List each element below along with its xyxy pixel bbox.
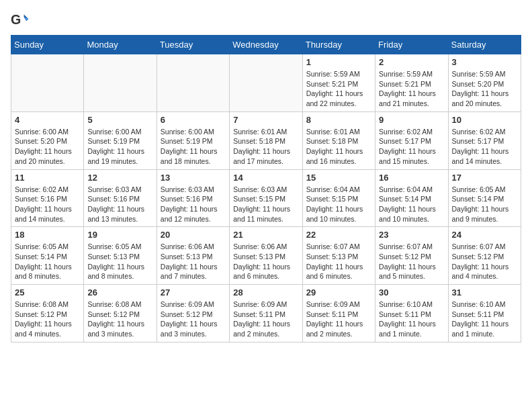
day-info: Sunrise: 6:04 AMSunset: 5:15 PMDaylight:… — [306, 185, 371, 224]
calendar-cell: 21Sunrise: 6:06 AMSunset: 5:13 PMDayligh… — [230, 227, 302, 285]
column-header-saturday: Saturday — [448, 36, 521, 54]
sunset: Sunset: 5:12 PM — [379, 253, 431, 261]
sunset: Sunset: 5:16 PM — [15, 195, 67, 203]
sunset: Sunset: 5:19 PM — [161, 137, 213, 145]
calendar-cell: 13Sunrise: 6:03 AMSunset: 5:16 PMDayligh… — [157, 169, 229, 227]
sunset: Sunset: 5:21 PM — [379, 80, 431, 88]
sunrise: Sunrise: 6:02 AM — [379, 128, 433, 136]
calendar-cell: 17Sunrise: 6:05 AMSunset: 5:14 PMDayligh… — [448, 169, 521, 227]
sunset: Sunset: 5:13 PM — [306, 253, 359, 261]
svg-text:G: G — [11, 12, 21, 27]
day-number: 28 — [233, 287, 298, 298]
day-info: Sunrise: 6:04 AMSunset: 5:14 PMDaylight:… — [379, 185, 444, 224]
day-number: 17 — [452, 173, 517, 183]
day-number: 5 — [87, 115, 152, 125]
day-number: 11 — [15, 173, 80, 183]
calendar-cell: 31Sunrise: 6:10 AMSunset: 5:11 PMDayligh… — [448, 285, 521, 342]
calendar-cell: 1Sunrise: 5:59 AMSunset: 5:21 PMDaylight… — [302, 54, 375, 112]
column-header-tuesday: Tuesday — [157, 36, 229, 54]
day-number: 16 — [379, 173, 444, 183]
day-number: 7 — [233, 115, 298, 125]
daylight: Daylight: 11 hours and 4 minutes. — [452, 263, 509, 281]
day-info: Sunrise: 6:05 AMSunset: 5:14 PMDaylight:… — [15, 242, 80, 281]
sunset: Sunset: 5:21 PM — [306, 80, 359, 88]
daylight: Daylight: 11 hours and 4 minutes. — [15, 320, 72, 338]
sunset: Sunset: 5:15 PM — [233, 195, 285, 203]
day-info: Sunrise: 6:00 AMSunset: 5:20 PMDaylight:… — [15, 127, 80, 167]
sunrise: Sunrise: 6:10 AM — [379, 300, 433, 308]
day-number: 26 — [87, 287, 152, 298]
day-info: Sunrise: 6:02 AMSunset: 5:17 PMDaylight:… — [452, 127, 517, 167]
sunset: Sunset: 5:18 PM — [306, 137, 359, 145]
sunrise: Sunrise: 6:09 AM — [233, 300, 287, 308]
sunrise: Sunrise: 6:08 AM — [87, 300, 141, 308]
calendar-cell: 29Sunrise: 6:09 AMSunset: 5:11 PMDayligh… — [302, 285, 375, 342]
day-info: Sunrise: 6:02 AMSunset: 5:17 PMDaylight:… — [379, 127, 444, 167]
calendar-cell: 22Sunrise: 6:07 AMSunset: 5:13 PMDayligh… — [302, 227, 375, 285]
sunrise: Sunrise: 5:59 AM — [452, 70, 506, 78]
calendar-cell: 24Sunrise: 6:07 AMSunset: 5:12 PMDayligh… — [448, 227, 521, 285]
sunset: Sunset: 5:12 PM — [15, 310, 67, 318]
day-info: Sunrise: 5:59 AMSunset: 5:21 PMDaylight:… — [379, 69, 444, 109]
day-info: Sunrise: 6:07 AMSunset: 5:12 PMDaylight:… — [379, 242, 444, 281]
day-info: Sunrise: 5:59 AMSunset: 5:20 PMDaylight:… — [452, 69, 517, 109]
daylight: Daylight: 11 hours and 5 minutes. — [379, 263, 436, 281]
day-number: 27 — [161, 287, 226, 298]
day-info: Sunrise: 6:03 AMSunset: 5:15 PMDaylight:… — [233, 185, 298, 224]
daylight: Daylight: 11 hours and 7 minutes. — [161, 263, 218, 281]
day-number: 3 — [452, 57, 517, 67]
day-number: 30 — [379, 287, 444, 298]
day-info: Sunrise: 6:08 AMSunset: 5:12 PMDaylight:… — [15, 300, 80, 339]
logo: G — [11, 11, 32, 30]
day-info: Sunrise: 6:07 AMSunset: 5:12 PMDaylight:… — [452, 242, 517, 281]
calendar-cell: 2Sunrise: 5:59 AMSunset: 5:21 PMDaylight… — [375, 54, 448, 112]
day-info: Sunrise: 6:09 AMSunset: 5:11 PMDaylight:… — [233, 300, 298, 339]
day-number: 25 — [15, 287, 80, 298]
sunrise: Sunrise: 6:07 AM — [452, 242, 506, 250]
daylight: Daylight: 11 hours and 20 minutes. — [15, 147, 72, 165]
sunrise: Sunrise: 6:00 AM — [87, 128, 141, 136]
sunrise: Sunrise: 6:01 AM — [306, 128, 360, 136]
calendar-cell: 3Sunrise: 5:59 AMSunset: 5:20 PMDaylight… — [448, 54, 521, 112]
day-info: Sunrise: 6:10 AMSunset: 5:11 PMDaylight:… — [379, 300, 444, 339]
sunrise: Sunrise: 6:02 AM — [452, 128, 506, 136]
calendar-cell: 15Sunrise: 6:04 AMSunset: 5:15 PMDayligh… — [302, 169, 375, 227]
sunset: Sunset: 5:12 PM — [452, 253, 504, 261]
day-info: Sunrise: 5:59 AMSunset: 5:21 PMDaylight:… — [306, 69, 371, 109]
day-info: Sunrise: 6:01 AMSunset: 5:18 PMDaylight:… — [233, 127, 298, 167]
day-info: Sunrise: 6:01 AMSunset: 5:18 PMDaylight:… — [306, 127, 371, 167]
sunset: Sunset: 5:17 PM — [379, 137, 431, 145]
week-row-5: 25Sunrise: 6:08 AMSunset: 5:12 PMDayligh… — [11, 285, 521, 342]
sunset: Sunset: 5:11 PM — [306, 310, 359, 318]
day-info: Sunrise: 6:03 AMSunset: 5:16 PMDaylight:… — [161, 185, 226, 224]
sunrise: Sunrise: 6:09 AM — [161, 300, 214, 308]
column-header-thursday: Thursday — [302, 36, 375, 54]
sunrise: Sunrise: 6:06 AM — [233, 242, 287, 250]
day-number: 1 — [306, 57, 371, 67]
daylight: Daylight: 11 hours and 16 minutes. — [306, 147, 363, 165]
day-number: 12 — [87, 173, 152, 183]
day-info: Sunrise: 6:09 AMSunset: 5:12 PMDaylight:… — [161, 300, 226, 339]
day-info: Sunrise: 6:05 AMSunset: 5:14 PMDaylight:… — [452, 185, 517, 224]
sunset: Sunset: 5:11 PM — [379, 310, 431, 318]
day-info: Sunrise: 6:08 AMSunset: 5:12 PMDaylight:… — [87, 300, 152, 339]
sunset: Sunset: 5:16 PM — [87, 195, 140, 203]
daylight: Daylight: 11 hours and 8 minutes. — [15, 263, 72, 281]
sunset: Sunset: 5:14 PM — [379, 195, 431, 203]
column-header-monday: Monday — [84, 36, 157, 54]
calendar-cell: 20Sunrise: 6:06 AMSunset: 5:13 PMDayligh… — [157, 227, 229, 285]
daylight: Daylight: 11 hours and 15 minutes. — [379, 147, 436, 165]
day-number: 6 — [161, 115, 226, 125]
sunrise: Sunrise: 6:06 AM — [161, 242, 214, 250]
column-header-friday: Friday — [375, 36, 448, 54]
daylight: Daylight: 11 hours and 6 minutes. — [233, 263, 290, 281]
day-number: 15 — [306, 173, 371, 183]
day-number: 10 — [452, 115, 517, 125]
calendar-cell: 30Sunrise: 6:10 AMSunset: 5:11 PMDayligh… — [375, 285, 448, 342]
day-info: Sunrise: 6:00 AMSunset: 5:19 PMDaylight:… — [161, 127, 226, 167]
week-row-1: 1Sunrise: 5:59 AMSunset: 5:21 PMDaylight… — [11, 54, 521, 112]
sunrise: Sunrise: 6:08 AM — [15, 300, 69, 308]
sunrise: Sunrise: 6:04 AM — [306, 185, 360, 193]
calendar-cell: 28Sunrise: 6:09 AMSunset: 5:11 PMDayligh… — [230, 285, 302, 342]
day-number: 24 — [452, 230, 517, 240]
